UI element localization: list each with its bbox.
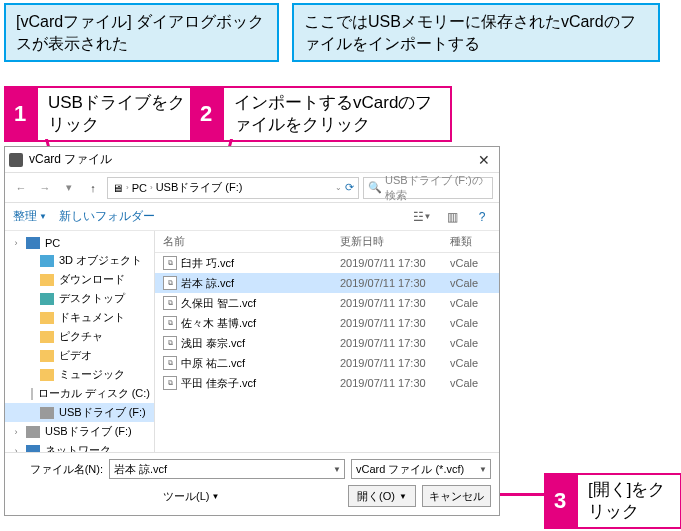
column-date[interactable]: 更新日時	[340, 234, 450, 249]
navtree-item[interactable]: デスクトップ	[5, 289, 154, 308]
navtree-item[interactable]: ›USBドライブ (F:)	[5, 422, 154, 441]
navtree-item-label: 3D オブジェクト	[59, 253, 142, 268]
file-row[interactable]: ⧉岩本 諒.vcf2019/07/11 17:30vCale	[155, 273, 499, 293]
navtree-item[interactable]: 3D オブジェクト	[5, 251, 154, 270]
vcard-file-icon: ⧉	[163, 276, 177, 290]
breadcrumb-dropdown-icon[interactable]: ⌄	[335, 183, 342, 192]
info-bubble-dialog-shown: [vCardファイル] ダイアログボックスが表示された	[4, 3, 279, 62]
filename-input[interactable]: 岩本 諒.vcf ▼	[109, 459, 345, 479]
chevron-down-icon: ▼	[333, 465, 341, 474]
filetype-select[interactable]: vCard ファイル (*.vcf) ▼	[351, 459, 491, 479]
navtree-item-label: ローカル ディスク (C:)	[38, 386, 150, 401]
file-row[interactable]: ⧉中原 祐二.vcf2019/07/11 17:30vCale	[155, 353, 499, 373]
callout-step-3: 3 [開く]をクリック	[544, 473, 681, 529]
filename-value: 岩本 諒.vcf	[114, 462, 167, 477]
search-icon: 🔍	[368, 181, 382, 194]
open-button[interactable]: 開く(O)▼	[348, 485, 416, 507]
column-type[interactable]: 種類	[450, 234, 499, 249]
file-type: vCale	[450, 337, 499, 349]
navtree-item-label: ピクチャ	[59, 329, 103, 344]
vcard-file-icon: ⧉	[163, 296, 177, 310]
titlebar: vCard ファイル ✕	[5, 147, 499, 173]
navtree-item[interactable]: ›PC	[5, 235, 154, 251]
view-options-button[interactable]: ☳▼	[413, 208, 431, 226]
navtree-item[interactable]: USBドライブ (F:)	[5, 403, 154, 422]
nav-up-button[interactable]: ↑	[83, 178, 103, 198]
cancel-button[interactable]: キャンセル	[422, 485, 491, 507]
vcard-file-icon: ⧉	[163, 256, 177, 270]
callout-step-2: 2 インポートするvCardのファイルをクリック	[190, 86, 452, 142]
nav-back-button[interactable]: ←	[11, 178, 31, 198]
usb-icon	[40, 407, 54, 419]
dialog-footer: ファイル名(N): 岩本 諒.vcf ▼ vCard ファイル (*.vcf) …	[5, 452, 499, 515]
file-type: vCale	[450, 297, 499, 309]
file-row[interactable]: ⧉久保田 智二.vcf2019/07/11 17:30vCale	[155, 293, 499, 313]
file-row[interactable]: ⧉浅田 泰宗.vcf2019/07/11 17:30vCale	[155, 333, 499, 353]
file-name: 中原 祐二.vcf	[181, 356, 245, 371]
app-icon	[9, 153, 23, 167]
chevron-down-icon: ▼	[399, 492, 407, 501]
callout-step-1: 1 USBドライブをクリック	[4, 86, 206, 142]
breadcrumb-pc[interactable]: PC	[132, 182, 147, 194]
breadcrumb-bar[interactable]: 🖥 › PC › USBドライブ (F:) ⌄ ⟳	[107, 177, 359, 199]
callout-number: 1	[4, 86, 36, 142]
breadcrumb-usb[interactable]: USBドライブ (F:)	[156, 180, 243, 195]
toolbar: 整理▼ 新しいフォルダー ☳▼ ▥ ?	[5, 203, 499, 231]
navtree-item[interactable]: ピクチャ	[5, 327, 154, 346]
navtree-item[interactable]: ミュージック	[5, 365, 154, 384]
navtree-item[interactable]: ›ネットワーク	[5, 441, 154, 452]
column-name[interactable]: 名前	[155, 234, 340, 249]
navtree-item[interactable]: ドキュメント	[5, 308, 154, 327]
organize-menu[interactable]: 整理▼	[13, 208, 47, 225]
file-type: vCale	[450, 377, 499, 389]
file-row[interactable]: ⧉平田 佳奈子.vcf2019/07/11 17:30vCale	[155, 373, 499, 393]
file-date: 2019/07/11 17:30	[340, 277, 450, 289]
filename-label: ファイル名(N):	[13, 462, 103, 477]
file-name: 臼井 巧.vcf	[181, 256, 234, 271]
preview-pane-button[interactable]: ▥	[443, 208, 461, 226]
file-list: 名前 更新日時 種類 ⧉臼井 巧.vcf2019/07/11 17:30vCal…	[155, 231, 499, 452]
file-name: 岩本 諒.vcf	[181, 276, 234, 291]
navtree-item-label: ドキュメント	[59, 310, 125, 325]
navigation-tree: ›PC3D オブジェクトダウンロードデスクトップドキュメントピクチャビデオミュー…	[5, 231, 155, 452]
navtree-item-label: PC	[45, 237, 60, 249]
vcard-file-icon: ⧉	[163, 336, 177, 350]
search-input[interactable]: 🔍 USBドライブ (F:)の検索	[363, 177, 493, 199]
file-row[interactable]: ⧉臼井 巧.vcf2019/07/11 17:30vCale	[155, 253, 499, 273]
navtree-item-label: ビデオ	[59, 348, 92, 363]
pc-icon	[26, 237, 40, 249]
dialog-title: vCard ファイル	[29, 151, 473, 168]
breadcrumb-pc-icon: 🖥	[112, 182, 123, 194]
file-date: 2019/07/11 17:30	[340, 337, 450, 349]
doc-icon	[40, 312, 54, 324]
file-date: 2019/07/11 17:30	[340, 317, 450, 329]
help-button[interactable]: ?	[473, 208, 491, 226]
vid-icon	[40, 350, 54, 362]
close-button[interactable]: ✕	[473, 152, 495, 168]
file-type: vCale	[450, 357, 499, 369]
search-placeholder: USBドライブ (F:)の検索	[385, 173, 488, 203]
new-folder-button[interactable]: 新しいフォルダー	[59, 208, 155, 225]
nav-recent-dropdown[interactable]: ▾	[59, 178, 79, 198]
file-row[interactable]: ⧉佐々木 基博.vcf2019/07/11 17:30vCale	[155, 313, 499, 333]
chevron-down-icon: ▼	[479, 465, 487, 474]
file-name: 久保田 智二.vcf	[181, 296, 256, 311]
navtree-item-label: USBドライブ (F:)	[45, 424, 132, 439]
nav-forward-button[interactable]: →	[35, 178, 55, 198]
navtree-item[interactable]: ビデオ	[5, 346, 154, 365]
navtree-item[interactable]: ダウンロード	[5, 270, 154, 289]
tools-menu[interactable]: ツール(L)▼	[163, 489, 219, 504]
callout-text: [開く]をクリック	[576, 473, 681, 529]
navtree-item[interactable]: ローカル ディスク (C:)	[5, 384, 154, 403]
vcard-file-icon: ⧉	[163, 316, 177, 330]
refresh-icon[interactable]: ⟳	[345, 181, 354, 194]
file-date: 2019/07/11 17:30	[340, 357, 450, 369]
filetype-value: vCard ファイル (*.vcf)	[356, 462, 464, 477]
file-type: vCale	[450, 257, 499, 269]
usb-icon	[26, 426, 40, 438]
info-bubble-usb-import: ここではUSBメモリーに保存されたvCardのファイルをインポートする	[292, 3, 660, 62]
expand-chevron-icon: ›	[11, 427, 21, 437]
dl-icon	[40, 274, 54, 286]
file-date: 2019/07/11 17:30	[340, 257, 450, 269]
desk-icon	[40, 293, 54, 305]
